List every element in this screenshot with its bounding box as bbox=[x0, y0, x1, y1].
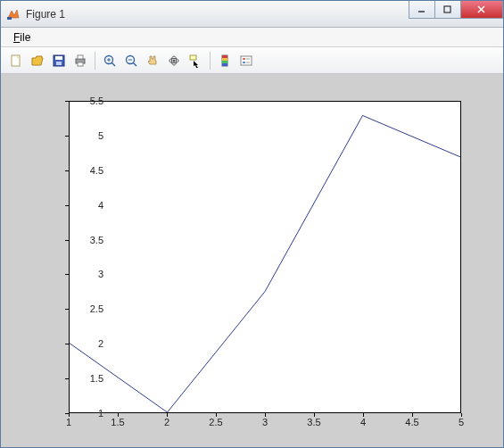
menu-file[interactable]: File bbox=[8, 29, 36, 46]
svg-line-13 bbox=[112, 62, 115, 66]
menu-file-rest: ile bbox=[20, 31, 30, 44]
pan-button[interactable] bbox=[143, 51, 162, 71]
y-tick-label: 4 bbox=[68, 200, 103, 211]
titlebar[interactable]: Figure 1 bbox=[1, 1, 503, 28]
svg-rect-26 bbox=[222, 61, 227, 63]
toolbar-separator bbox=[95, 52, 95, 70]
x-tick-label: 1.5 bbox=[100, 417, 136, 427]
svg-point-21 bbox=[173, 59, 176, 62]
rotate-button[interactable] bbox=[164, 51, 184, 71]
zoom-in-button[interactable] bbox=[100, 51, 120, 71]
y-tick-label: 2 bbox=[68, 338, 103, 349]
save-button[interactable] bbox=[49, 51, 69, 71]
matlab-icon bbox=[6, 7, 21, 21]
toolbar bbox=[1, 47, 503, 74]
close-button[interactable] bbox=[460, 1, 503, 19]
data-cursor-button[interactable] bbox=[186, 51, 205, 71]
svg-rect-22 bbox=[190, 55, 196, 60]
line-plot bbox=[70, 102, 460, 412]
axes[interactable] bbox=[69, 101, 461, 413]
toolbar-separator bbox=[210, 52, 211, 70]
print-button[interactable] bbox=[70, 51, 90, 71]
minimize-button[interactable] bbox=[409, 1, 435, 19]
new-figure-button[interactable] bbox=[6, 51, 26, 71]
y-tick-label: 2.5 bbox=[68, 303, 103, 314]
y-tick-label: 4.5 bbox=[68, 165, 103, 176]
svg-rect-24 bbox=[222, 55, 227, 58]
svg-rect-11 bbox=[78, 62, 83, 66]
x-tick-label: 2.5 bbox=[198, 417, 234, 427]
window-title: Figure 1 bbox=[26, 8, 65, 21]
y-tick-label: 1.5 bbox=[68, 373, 103, 384]
zoom-out-button[interactable] bbox=[121, 51, 141, 71]
x-tick-label: 4.5 bbox=[394, 417, 430, 427]
svg-line-17 bbox=[133, 62, 136, 66]
svg-rect-2 bbox=[444, 6, 450, 12]
y-tick-label: 3 bbox=[68, 269, 103, 279]
x-tick-label: 3.5 bbox=[296, 417, 332, 427]
x-tick-label: 4 bbox=[345, 417, 381, 427]
y-tick-label: 5 bbox=[68, 130, 103, 141]
y-tick-label: 3.5 bbox=[68, 235, 103, 245]
y-tick-label: 5.5 bbox=[68, 95, 103, 106]
svg-rect-8 bbox=[56, 62, 62, 65]
svg-rect-10 bbox=[78, 55, 83, 59]
x-tick-label: 1 bbox=[51, 417, 87, 427]
x-tick-label: 2 bbox=[149, 417, 185, 427]
svg-rect-28 bbox=[241, 56, 252, 65]
figure-window: Figure 1 File bbox=[0, 0, 504, 448]
maximize-button[interactable] bbox=[434, 1, 461, 19]
open-button[interactable] bbox=[28, 51, 47, 71]
x-tick-label: 5 bbox=[443, 417, 479, 427]
svg-rect-27 bbox=[222, 63, 227, 66]
svg-rect-0 bbox=[7, 17, 12, 20]
svg-rect-25 bbox=[222, 58, 227, 61]
window-controls bbox=[409, 1, 503, 19]
colorbar-button[interactable] bbox=[215, 51, 235, 71]
legend-button[interactable] bbox=[236, 51, 256, 71]
x-tick-label: 3 bbox=[247, 417, 283, 427]
menubar: File bbox=[1, 28, 503, 47]
svg-rect-7 bbox=[55, 56, 62, 60]
figure-canvas[interactable]: 11.522.533.544.555.511.522.533.544.55 bbox=[1, 74, 503, 447]
